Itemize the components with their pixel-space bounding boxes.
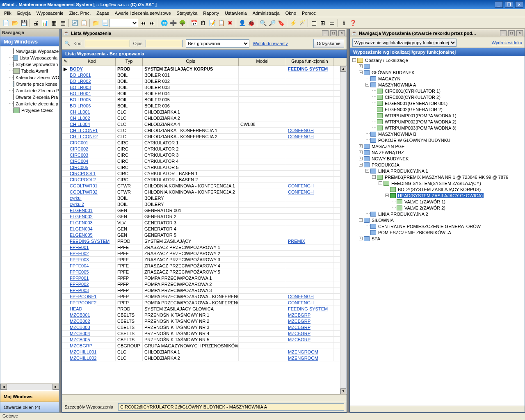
grid-horizontal-scrollbar[interactable] <box>62 394 347 401</box>
grupa-link[interactable]: CONFENGH <box>288 300 314 305</box>
grupa-link[interactable]: FEEDING SYSTEM <box>288 306 328 311</box>
grupa-link[interactable]: CONFENGH <box>288 189 314 194</box>
tree-node[interactable]: ⋯WTRPUMP001(POMPA WODNA 1) <box>351 112 524 119</box>
kod-link[interactable]: CHILL004 <box>70 122 90 127</box>
table-row[interactable]: MZCB003CBELTSPRZENOŚNIK TAŚMOWY NR 3MZCB… <box>62 324 347 331</box>
kod-link[interactable]: FPFPCONF2 <box>70 300 96 305</box>
toolbar-filter-icon[interactable]: 🔖 <box>277 19 285 27</box>
toolbar-doc-icon[interactable]: 📝 <box>208 19 216 27</box>
table-row[interactable]: COOLTWR01CTWRCHŁODNIA KOMINOWA - KONFERE… <box>62 183 347 189</box>
kod-link[interactable]: CHILL002 <box>70 116 90 121</box>
menu-awarie-i-zlecenia-serwisowe[interactable]: Awarie i zlecenia serwisowe <box>112 10 173 16</box>
nav-item[interactable]: ⋯Otwarte prace konse <box>0 81 59 87</box>
kod-link[interactable]: CHILL001 <box>70 110 90 114</box>
tree-toggle-icon[interactable]: − <box>365 83 369 87</box>
kod-link[interactable]: ELGEN003 <box>70 220 93 225</box>
tree-horizontal-scrollbar[interactable] <box>350 406 525 412</box>
tree-node[interactable]: −PRODUKCJA <box>351 162 524 168</box>
toolbar-last-icon[interactable]: ⏭ <box>148 19 156 27</box>
menu-okno[interactable]: Okno <box>283 10 299 16</box>
table-row[interactable]: BOILR003BOILBOILER 003 <box>62 84 347 91</box>
tree-toggle-icon[interactable]: − <box>365 169 369 173</box>
table-row[interactable]: FEEDING SYSTEMPRODSYSTEM ZASILAJĄCYPREMI… <box>62 238 347 244</box>
table-row[interactable]: ▶BODYPRODSYSTEM ZASILAJĄCY KORPUSFEEDING… <box>62 66 347 72</box>
tree-node[interactable]: ⋯CIRC001(CYRKULATOR 1) <box>351 88 524 94</box>
toolbar-find-icon[interactable]: 🔎 <box>268 19 276 27</box>
tree-node[interactable]: −PREMIX(PREMIX MASZYNA NR 1 @ 723846 HK … <box>351 174 524 180</box>
tree-node[interactable]: ⋯CIRC002(CYRKULATOR 2) <box>351 94 524 100</box>
tree-minimize-button[interactable]: _ <box>500 30 507 36</box>
table-row[interactable]: MZCB005CBELTSPRZENOŚNIK TAŚMOWY NR 5MZCB… <box>62 337 347 343</box>
table-row[interactable]: MZCHILL001CLCCHŁODZIARKA 1MZENGROOM <box>62 349 347 355</box>
list-close-button[interactable]: × <box>338 30 345 36</box>
tree-node[interactable]: +MAGAZYN PGF <box>351 143 524 149</box>
toolbar-refresh-icon[interactable]: 🔄 <box>71 19 79 27</box>
table-row[interactable]: BOILR006BOILBOILER 006 <box>62 103 347 109</box>
table-row[interactable]: BOILR005BOILBOILER 005 <box>62 97 347 103</box>
grupa-link[interactable]: MZCBGRP <box>288 337 310 342</box>
table-row[interactable]: BOILR004BOILBOILER 004 <box>62 91 347 97</box>
tree-toggle-icon[interactable]: + <box>359 157 363 160</box>
toolbar-win2-icon[interactable]: ⊞ <box>319 19 327 27</box>
tree-node[interactable]: −Obszary / Lokalizacje <box>351 57 524 63</box>
table-row[interactable]: ELGEN003VLVGENERATOR 3 <box>62 220 347 226</box>
table-row[interactable]: HEADPRODSYSTEM ZASILAJACY GŁOWICAFEEDING… <box>62 306 347 312</box>
toolbar-bug-icon[interactable]: 🐞 <box>247 19 255 27</box>
toolbar-win3-icon[interactable]: ▭ <box>328 19 336 27</box>
grupa-link[interactable]: CONFENGH <box>288 134 314 139</box>
tree-toggle-icon[interactable]: − <box>359 218 363 222</box>
toolbar-copy-icon[interactable]: 📋 <box>80 19 88 27</box>
kod-link[interactable]: CIRC002 <box>70 146 88 151</box>
kod-link[interactable]: FPFP002 <box>70 282 89 287</box>
table-row[interactable]: FPFE002FPFEZRASZACZ PRZECIWPOŻAROWY 2 <box>62 251 347 257</box>
table-row[interactable]: CHILLCONF2CLCCHŁODZIARKA - KONFERENCJA 2… <box>62 134 347 140</box>
toolbar-list-icon[interactable]: 📋 <box>217 19 225 27</box>
grupa-link[interactable]: CONFENGH <box>288 183 314 188</box>
kod-link[interactable]: CIRC003 <box>70 153 88 158</box>
table-row[interactable]: BOILR002BOILBOILER 002 <box>62 78 347 84</box>
col-typ[interactable]: Typ <box>116 58 143 66</box>
tree-node[interactable]: ⋯POKOJE W GŁÓWNYM BUDYNKU <box>351 137 524 143</box>
menu-wyposazenie[interactable]: Wyposazenie <box>34 10 66 16</box>
nav-item[interactable]: ⋯Szybkie wprowadzan <box>0 61 59 68</box>
nav-item[interactable]: ⋯Tabela Awarii <box>0 68 59 74</box>
nav-horizontal-scrollbar[interactable]: ◄► <box>0 383 59 390</box>
menu-zlec-prac-[interactable]: Zlec. Prac. <box>67 10 94 16</box>
tree-toggle-icon[interactable]: + <box>359 151 363 154</box>
tree-node[interactable]: −GŁÓWNY BUDYNEK <box>351 69 524 75</box>
toolbar-chart-icon[interactable]: 📊 <box>41 19 49 27</box>
menu-edycja[interactable]: Edycja <box>15 10 33 16</box>
nav-item[interactable]: ⋯Nawigacja Wyposaze <box>0 48 59 55</box>
kod-link[interactable]: COOLTWR02 <box>70 189 98 194</box>
table-row[interactable]: FPFP003FPFPPOMPA PRZECIWPOŻAROWA 3 <box>62 288 347 294</box>
kod-link[interactable]: CHILLCONF1 <box>70 128 98 133</box>
table-row[interactable]: FPFPCONF1FPFPPOMPA PRZECIWPOŻAROWA - KON… <box>62 294 347 300</box>
menu-zapas[interactable]: Zapas <box>94 10 112 16</box>
kod-link[interactable]: cyrkul2 <box>70 202 84 207</box>
nav-item[interactable]: ⋯Przyjecie Czesci <box>0 107 59 114</box>
table-row[interactable]: CIRC002CIRCCYRKULATOR 2 <box>62 146 347 152</box>
kod-link[interactable]: BOILR003 <box>70 85 91 90</box>
tree-node[interactable]: −MASZYNOWNIA A <box>351 82 524 88</box>
table-row[interactable]: CHILL002CLCCHLODZIARKA 2 <box>62 115 347 121</box>
tree-toggle-icon[interactable]: − <box>359 71 363 74</box>
kod-link[interactable]: CHILLCONF2 <box>70 134 98 139</box>
toolbar-plus-icon[interactable]: ➕ <box>169 19 177 27</box>
toolbar-search-icon[interactable]: 🔍 <box>259 19 267 27</box>
toolbar-tree-icon[interactable]: 🌳 <box>178 19 186 27</box>
grupa-link[interactable]: MZCBGRP <box>288 331 310 336</box>
table-row[interactable]: CHILL004CLCCHLODZIARKA 4CWL88 <box>62 121 347 128</box>
table-row[interactable]: FPFP002FPFPPOMPA PRZECIWPOŻAROWA 2 <box>62 281 347 288</box>
tree-close-button[interactable]: × <box>516 30 523 36</box>
menu-ustawienia[interactable]: Ustawienia <box>222 10 249 16</box>
kod-link[interactable]: ELGEN001 <box>70 208 93 213</box>
tree-node[interactable]: ⋯ELGEN002(GENERATOR 2) <box>351 106 524 112</box>
refresh-button[interactable]: Odzyskanie <box>313 39 344 48</box>
table-row[interactable]: cyrkulBOILBOILERY <box>62 195 347 201</box>
tree-toggle-icon[interactable]: − <box>372 175 376 179</box>
table-row[interactable]: CHILLCONF1CLCCHLODZIARKA - KONFERENCJA 1… <box>62 128 347 134</box>
toolbar-combo[interactable] <box>110 19 138 27</box>
col-model[interactable]: Model <box>239 58 286 66</box>
kod-link[interactable]: MZCHILL002 <box>70 356 96 361</box>
col-kod[interactable]: Kod <box>68 58 116 66</box>
